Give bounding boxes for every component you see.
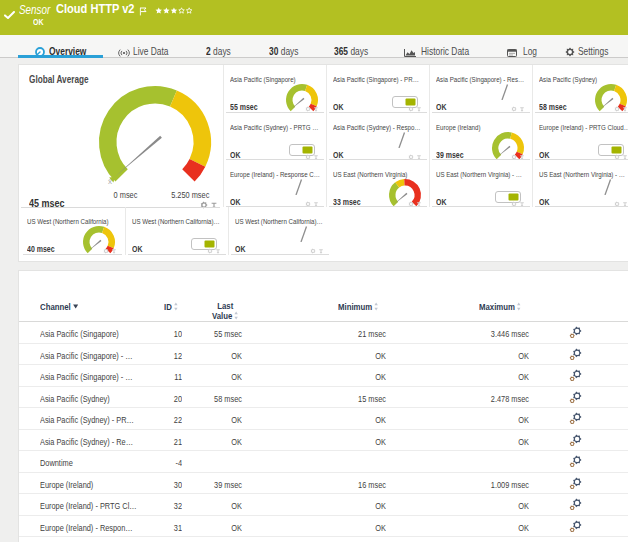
channel-tile-title: Asia Pacific (Singapore) - Res… bbox=[436, 75, 532, 84]
table-row[interactable]: Asia Pacific (Sydney) - PR… 22 OK OK OK bbox=[19, 408, 628, 430]
tab-365-days[interactable]: 365days bbox=[327, 35, 382, 58]
channel-settings-button[interactable] bbox=[569, 369, 582, 382]
cell-maximum: OK bbox=[443, 415, 529, 425]
tab-num: 365 bbox=[334, 46, 348, 56]
tile-divider bbox=[432, 206, 530, 207]
channel-settings-button[interactable] bbox=[569, 434, 582, 447]
channel-settings-button[interactable] bbox=[569, 326, 582, 339]
mean-marker: x̄ bbox=[108, 177, 112, 186]
tab-historic-data[interactable]: Historic Data bbox=[395, 35, 480, 58]
cell-last-value: OK bbox=[172, 501, 242, 511]
channel-tile-value: 58 msec bbox=[539, 102, 573, 112]
channel-settings-button[interactable] bbox=[569, 520, 582, 533]
channel-tile[interactable]: Europe (Ireland) - PRTG Cloud… OK bbox=[532, 113, 628, 160]
channel-tile-title: US East (Northern Virginia) - … bbox=[436, 170, 532, 179]
column-header-minimum[interactable]: Minimum bbox=[338, 301, 387, 312]
cell-maximum bbox=[443, 458, 529, 468]
column-header-id[interactable]: ID bbox=[164, 301, 181, 312]
tile-divider bbox=[23, 254, 122, 255]
table-row[interactable]: Asia Pacific (Sydney) 20 58 msec 15 msec… bbox=[19, 387, 628, 409]
global-average-panel[interactable]: Global Average x̄ 0 msec 5.250 msec 45 m… bbox=[19, 65, 223, 208]
column-header-maximum[interactable]: Maximum bbox=[479, 301, 530, 312]
tab-label: Settings bbox=[578, 46, 608, 56]
channel-settings-button[interactable] bbox=[569, 391, 582, 404]
channel-settings-button[interactable] bbox=[569, 412, 582, 425]
cell-minimum bbox=[303, 458, 386, 468]
channel-settings-button[interactable] bbox=[569, 348, 582, 361]
table-row[interactable]: Asia Pacific (Singapore) 10 55 msec 21 m… bbox=[19, 322, 628, 344]
channel-tile[interactable]: Asia Pacific (Singapore) - PR… OK bbox=[326, 65, 429, 113]
tile-divider bbox=[128, 254, 226, 255]
channel-settings-icon bbox=[569, 477, 582, 490]
needle-indicator bbox=[286, 177, 306, 195]
check-icon bbox=[4, 11, 15, 19]
tab-num: 30 bbox=[269, 46, 278, 56]
cell-last-value: 58 msec bbox=[172, 394, 242, 404]
tab-settings[interactable]: Settings bbox=[558, 35, 615, 58]
prtg-sensor-page: Sensor Cloud HTTP v2 OK OverviewLive Dat… bbox=[0, 0, 628, 542]
tab-label: days bbox=[281, 46, 299, 56]
table-row[interactable]: Asia Pacific (Singapore) - … 12 OK OK OK bbox=[19, 344, 628, 366]
tab-log[interactable]: Log bbox=[499, 35, 543, 58]
channel-settings-button[interactable] bbox=[569, 455, 582, 468]
channel-settings-icon bbox=[569, 520, 582, 533]
channel-tile[interactable]: Asia Pacific (Sydney) - PRTG … OK bbox=[223, 113, 326, 160]
channel-tile[interactable]: US East (Northern Virginia) 33 msec bbox=[326, 160, 429, 207]
table-row[interactable]: Asia Pacific (Sydney) - Re… 21 OK OK OK bbox=[19, 430, 628, 452]
channel-tile[interactable]: US East (Northern Virginia) - … OK bbox=[532, 160, 628, 207]
cell-maximum: OK bbox=[443, 372, 529, 382]
tab-2-days[interactable]: 2days bbox=[198, 35, 245, 58]
table-row[interactable]: Downtime -4 bbox=[19, 451, 628, 473]
channel-tile[interactable]: US West (Northern California)… OK bbox=[228, 207, 331, 255]
tile-divider bbox=[329, 206, 427, 207]
channel-tile[interactable]: US West (Northern California)… OK bbox=[125, 207, 228, 255]
cell-maximum: OK bbox=[443, 501, 529, 511]
channel-tile-value: OK bbox=[333, 102, 346, 112]
sort-icon bbox=[174, 302, 178, 311]
channel-tile[interactable]: US West (Northern California) 40 msec bbox=[21, 207, 124, 255]
channel-tile[interactable]: Europe (Ireland) - Response C… OK bbox=[223, 160, 326, 207]
table-row[interactable]: Europe (Ireland) - PRTG Cl… 32 OK OK OK bbox=[19, 494, 628, 516]
cell-maximum: 1.009 msec bbox=[443, 480, 529, 490]
channel-settings-icon bbox=[569, 391, 582, 404]
gauges-card: Global Average x̄ 0 msec 5.250 msec 45 m… bbox=[18, 64, 628, 262]
column-header-last-value[interactable]: LastValue bbox=[197, 301, 253, 320]
channel-settings-icon bbox=[569, 326, 582, 339]
channel-tile[interactable]: Asia Pacific (Singapore) 55 msec bbox=[223, 65, 326, 113]
cell-minimum: OK bbox=[303, 501, 386, 511]
needle-indicator bbox=[595, 177, 615, 199]
cell-minimum: 21 msec bbox=[303, 329, 386, 339]
channel-settings-button[interactable] bbox=[569, 477, 582, 490]
channel-settings-icon bbox=[569, 348, 582, 361]
active-tab-underline bbox=[18, 55, 103, 58]
sort-desc-icon bbox=[73, 304, 79, 309]
channel-tile-value: 40 msec bbox=[27, 244, 61, 254]
channel-settings-button[interactable] bbox=[569, 498, 582, 511]
column-header-channel[interactable]: Channel bbox=[40, 301, 87, 312]
channel-tile[interactable]: Europe (Ireland) 39 msec bbox=[429, 113, 532, 160]
tab-live-data[interactable]: Live Data bbox=[110, 35, 180, 58]
table-row[interactable]: Europe (Ireland) - Respon… 31 OK OK OK bbox=[19, 516, 628, 538]
cell-last-value: OK bbox=[172, 437, 242, 447]
needle-indicator bbox=[286, 177, 306, 199]
table-row[interactable]: Europe (Ireland) 30 39 msec 16 msec 1.00… bbox=[19, 473, 628, 495]
needle-indicator bbox=[291, 224, 311, 246]
cell-last-value: OK bbox=[172, 351, 242, 361]
channel-tile-title: Europe (Ireland) - PRTG Cloud… bbox=[539, 123, 628, 132]
channel-tile[interactable]: Asia Pacific (Sydney) 58 msec bbox=[532, 65, 628, 113]
cell-last-value: OK bbox=[172, 372, 242, 382]
tab-30-days[interactable]: 30days bbox=[262, 35, 312, 58]
table-header: Channel ID LastValue Minimum Maximum bbox=[19, 271, 628, 322]
historic-data-icon bbox=[404, 49, 416, 57]
channel-tile[interactable]: US East (Northern Virginia) - … OK bbox=[429, 160, 532, 207]
needle-indicator bbox=[389, 130, 409, 152]
cell-channel: Asia Pacific (Sydney) bbox=[40, 394, 125, 404]
rating-stars[interactable] bbox=[155, 7, 194, 15]
cell-channel: Downtime bbox=[40, 458, 80, 468]
table-row[interactable]: Asia Pacific (Singapore) - … 11 OK OK OK bbox=[19, 365, 628, 387]
cell-maximum: OK bbox=[443, 437, 529, 447]
channel-tile[interactable]: Asia Pacific (Sydney) - Respo… OK bbox=[326, 113, 429, 160]
channel-tile[interactable]: Asia Pacific (Singapore) - Res… OK bbox=[429, 65, 532, 113]
log-icon bbox=[507, 49, 517, 57]
channel-settings-icon bbox=[569, 412, 582, 425]
